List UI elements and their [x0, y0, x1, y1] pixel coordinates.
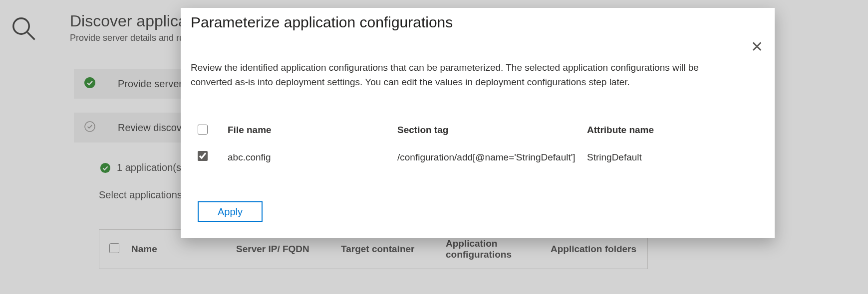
parameterize-modal: Parameterize application configurations …	[181, 8, 775, 238]
close-button[interactable]: ✕	[748, 38, 766, 56]
close-icon: ✕	[751, 39, 763, 54]
col-file-name: File name	[228, 125, 397, 137]
apply-button[interactable]: Apply	[198, 201, 263, 222]
cell-attribute: StringDefault	[587, 151, 727, 164]
col-attribute-name: Attribute name	[587, 125, 727, 137]
table-row: abc.config /configuration/add[@name='Str…	[198, 142, 742, 164]
select-all-config-checkbox[interactable]	[198, 125, 208, 135]
col-section-tag: Section tag	[397, 125, 587, 137]
modal-title: Parameterize application configurations	[191, 14, 453, 31]
modal-description: Review the identified application config…	[191, 61, 740, 89]
row-checkbox[interactable]	[198, 151, 208, 161]
config-table: File name Section tag Attribute name abc…	[198, 120, 742, 164]
cell-file: abc.config	[228, 151, 397, 164]
cell-section: /configuration/add[@name='StringDefault'…	[397, 151, 587, 164]
